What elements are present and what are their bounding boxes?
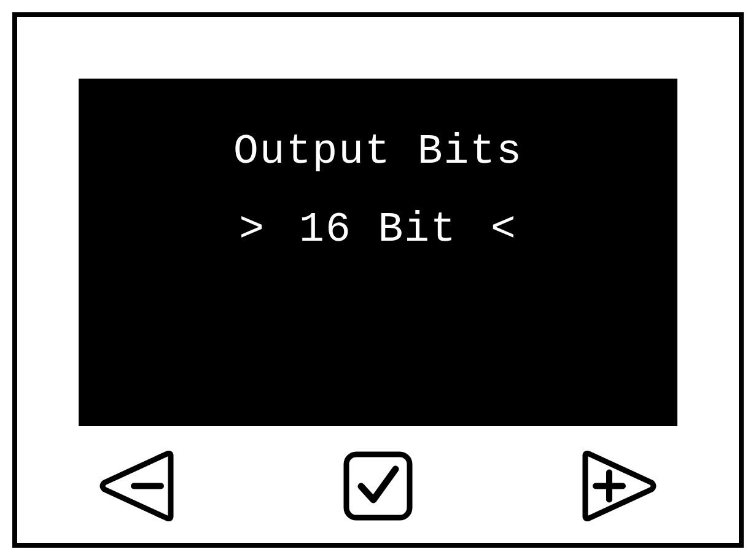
device-frame: Output Bits > 16 Bit < — [12, 12, 744, 548]
triangle-left-minus-icon — [97, 451, 180, 521]
button-row — [79, 426, 677, 527]
svg-rect-1 — [346, 454, 410, 518]
check-icon — [343, 451, 413, 521]
triangle-right-plus-icon — [576, 451, 659, 521]
selection-left-marker: > — [239, 206, 265, 253]
selection-value: 16 Bit — [299, 206, 457, 253]
decrement-button[interactable] — [97, 451, 180, 521]
screen-title: Output Bits — [233, 128, 523, 175]
selection-row: > 16 Bit < — [239, 206, 516, 253]
selection-right-marker: < — [491, 206, 517, 253]
increment-button[interactable] — [576, 451, 659, 521]
confirm-button[interactable] — [343, 451, 413, 521]
lcd-screen: Output Bits > 16 Bit < — [79, 79, 677, 426]
